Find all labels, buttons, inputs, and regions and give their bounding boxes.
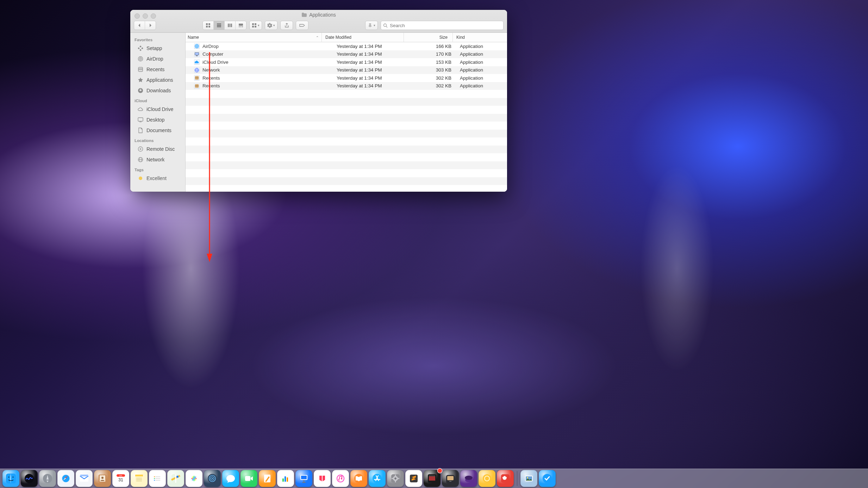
sidebar-item-network[interactable]: Network — [130, 154, 185, 165]
svg-rect-2 — [206, 26, 208, 27]
back-button[interactable] — [134, 21, 145, 30]
dock-airdrop-dock[interactable] — [204, 470, 221, 487]
dock-media[interactable] — [424, 470, 441, 487]
nav-group — [134, 21, 156, 30]
sidebar-item-label: AirDrop — [146, 56, 163, 62]
svg-point-81 — [154, 476, 155, 477]
dock-tv[interactable] — [442, 470, 459, 487]
dock-bear[interactable] — [497, 470, 514, 487]
dock-facetime[interactable] — [241, 470, 257, 487]
list-view-button[interactable] — [214, 21, 225, 30]
svg-point-41 — [196, 46, 197, 47]
dock-finder[interactable] — [2, 470, 19, 487]
dock-maps[interactable] — [167, 470, 184, 487]
dock-contacts[interactable] — [94, 470, 111, 487]
sort-indicator-icon: ⌃ — [316, 36, 319, 39]
svg-rect-7 — [228, 24, 229, 27]
svg-rect-0 — [206, 23, 208, 25]
svg-point-18 — [384, 24, 387, 26]
svg-rect-123 — [449, 481, 451, 482]
dock-gold[interactable] — [479, 470, 495, 487]
sidebar-item-recents[interactable]: Recents — [130, 64, 185, 75]
gallery-view-button[interactable] — [236, 21, 246, 30]
sidebar-item-icloud-drive[interactable]: iCloud Drive — [130, 104, 185, 115]
sidebar-section-tags: Tags — [130, 165, 185, 173]
dock-keynote[interactable] — [295, 470, 312, 487]
search-input[interactable] — [389, 23, 501, 29]
dock-safari[interactable] — [57, 470, 74, 487]
dock-appstore[interactable] — [369, 470, 386, 487]
zoom-button[interactable] — [151, 13, 156, 19]
sidebar-item-remote-disc[interactable]: Remote Disc — [130, 144, 185, 154]
window-title: Applications — [130, 10, 507, 19]
sidebar-item-applications[interactable]: Applications — [130, 75, 185, 85]
dock-ibooks[interactable] — [350, 470, 367, 487]
dock-todo[interactable] — [539, 470, 556, 487]
edit-tags-button[interactable] — [296, 21, 308, 30]
titlebar[interactable]: Applications — [130, 10, 507, 33]
svg-rect-13 — [242, 26, 243, 27]
svg-rect-15 — [255, 23, 256, 25]
dock-sublime[interactable] — [405, 470, 422, 487]
column-header-size[interactable]: Size — [404, 33, 453, 42]
column-view-button[interactable] — [225, 21, 236, 30]
column-header-name[interactable]: Name ⌃ — [186, 33, 322, 42]
close-button[interactable] — [135, 13, 140, 19]
sidebar-item-documents[interactable]: Documents — [130, 125, 185, 136]
dock-separator — [517, 471, 517, 486]
dock-launchpad[interactable] — [39, 470, 56, 487]
table-row[interactable]: RecentsYesterday at 1:34 PM302 KBApplica… — [186, 82, 507, 90]
table-row-empty — [186, 122, 507, 130]
sidebar-item-label: Network — [146, 157, 164, 162]
network-icon — [137, 156, 144, 163]
group-by-button[interactable]: ▾ — [249, 21, 262, 30]
table-row[interactable]: NetworkYesterday at 1:34 PM303 KBApplica… — [186, 66, 507, 74]
file-date: Yesterday at 1:34 PM — [333, 67, 411, 73]
column-header-kind[interactable]: Kind — [453, 33, 507, 42]
dock-mail[interactable] — [76, 470, 93, 487]
dock-preferences[interactable] — [387, 470, 404, 487]
svg-rect-64 — [80, 475, 88, 476]
search-field[interactable] — [381, 21, 504, 30]
table-row-empty — [186, 137, 507, 146]
dock-news[interactable] — [314, 470, 331, 487]
table-row[interactable]: ComputerYesterday at 1:34 PM170 KBApplic… — [186, 50, 507, 58]
dock-photo-stack[interactable] — [520, 470, 537, 487]
column-headers: Name ⌃ Date Modified Size Kind — [186, 33, 507, 42]
sidebar-item-airdrop[interactable]: AirDrop — [130, 54, 185, 64]
table-row[interactable]: RecentsYesterday at 1:34 PM302 KBApplica… — [186, 74, 507, 82]
column-header-date[interactable]: Date Modified — [322, 33, 404, 42]
file-name: iCloud Drive — [202, 60, 229, 65]
dock-siri[interactable] — [21, 470, 38, 487]
dock-numbers[interactable] — [277, 470, 294, 487]
dock-notes[interactable] — [131, 470, 148, 487]
dock-calendar[interactable]: JUL31 — [112, 470, 129, 487]
cloud-icon — [137, 106, 144, 112]
sync-button[interactable]: ▾ — [365, 21, 378, 30]
folder-icon — [301, 12, 307, 17]
icon-view-button[interactable] — [203, 21, 214, 30]
dock-itunes[interactable] — [332, 470, 349, 487]
dock-alfred[interactable] — [460, 470, 477, 487]
svg-point-58 — [12, 476, 13, 477]
table-row-empty — [186, 114, 507, 122]
dock-pages[interactable] — [259, 470, 276, 487]
forward-button[interactable] — [145, 21, 156, 30]
svg-rect-73 — [135, 475, 143, 476]
table-row[interactable]: AirDropYesterday at 1:34 PM166 KBApplica… — [186, 42, 507, 50]
sidebar-item-excellent[interactable]: Excellent — [130, 173, 185, 184]
dock-reminders[interactable] — [149, 470, 166, 487]
sidebar-item-downloads[interactable]: Downloads — [130, 85, 185, 96]
svg-rect-51 — [195, 84, 199, 88]
action-button[interactable]: ▾ — [265, 21, 277, 30]
minimize-button[interactable] — [143, 13, 148, 19]
disc-icon — [137, 146, 144, 152]
file-rows[interactable]: AirDropYesterday at 1:34 PM166 KBApplica… — [186, 42, 507, 192]
sidebar-item-setapp[interactable]: Setapp — [130, 43, 185, 54]
dock-messages[interactable] — [222, 470, 239, 487]
dock-photos[interactable] — [186, 470, 202, 487]
table-row[interactable]: iCloud DriveYesterday at 1:34 PM153 KBAp… — [186, 58, 507, 66]
svg-point-94 — [212, 478, 213, 479]
share-button[interactable] — [280, 21, 293, 30]
sidebar-item-desktop[interactable]: Desktop — [130, 115, 185, 125]
